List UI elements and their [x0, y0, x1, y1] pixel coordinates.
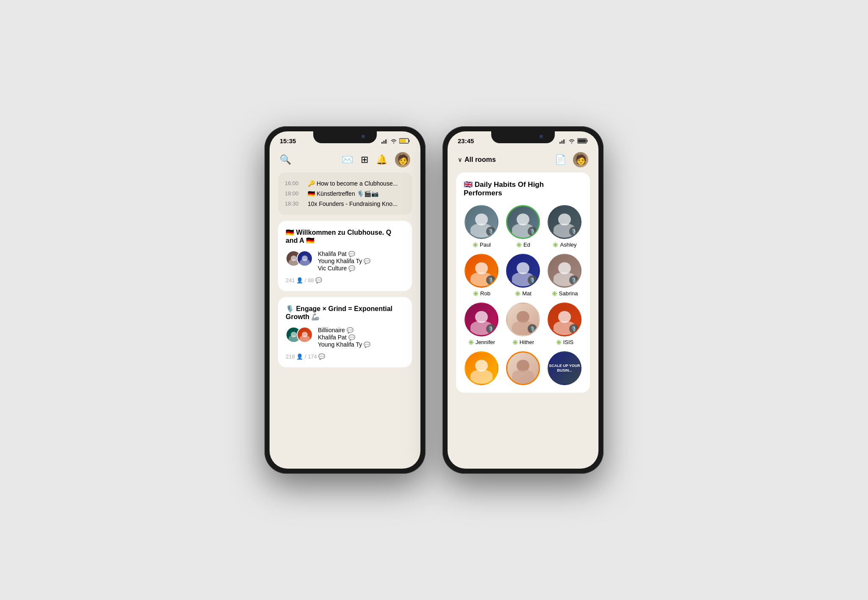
all-rooms-nav[interactable]: ∨ All rooms: [458, 156, 496, 164]
chat-bubble-1: 💬: [348, 251, 355, 257]
mic-off-rob: 🎙️: [486, 275, 495, 285]
battery-icon: [399, 138, 410, 144]
chevron-down-icon: ∨: [458, 156, 462, 163]
phone-left: 15:35: [264, 126, 426, 474]
star-icon-ashley: ✳️: [552, 242, 559, 248]
speaker-cell-ed: 🎙️ ✳️ Ed: [505, 205, 541, 248]
schedule-time-3: 18:30: [285, 200, 303, 207]
chat-bubble-5: 💬: [348, 334, 355, 341]
doc-icon[interactable]: 📄: [555, 154, 566, 165]
speaker-circle-mat: 🎙️: [506, 254, 540, 288]
notch-right: [491, 131, 555, 143]
mic-off-sabrina: 🎙️: [569, 275, 579, 285]
speaker-line-3: Vic Culture 💬: [318, 265, 370, 272]
speaker-name-rob: Rob: [480, 290, 490, 297]
schedule-title-3: 10x Founders - Fundraising Kno...: [308, 200, 405, 207]
screen-content-left: 🔍 ✉️ ⊞ 🔔 🧑 16:00 🔑 How to become a Clubh…: [270, 147, 420, 465]
speaker-cell-extra2: [505, 351, 541, 385]
screen-content-right: ∨ All rooms 📄 🧑 🇬🇧 Daily Habits Of High …: [448, 147, 598, 465]
speaker-label-paul: ✳️ Paul: [472, 242, 491, 248]
listener-count-1: 241 👤 / 88 💬: [286, 277, 322, 283]
room-detail-card[interactable]: 🇬🇧 Daily Habits Of High Performers 🎙️: [456, 172, 590, 393]
camera-dot-right: [540, 135, 543, 138]
speaker-line-6: Young Khalifa Ty 💬: [318, 341, 370, 348]
speaker-name-sabrina: Sabrina: [559, 290, 578, 297]
speaker-cell-jennifer: 🎙️ ✳️ Jennifer: [464, 303, 499, 345]
speaker-cell-extra3: SCALE UP YOUR BUSIN...: [547, 351, 582, 385]
speaker-name-2: Young Khalifa Ty: [318, 258, 362, 264]
room-stats-2: 218 👤 / 174 💬: [286, 353, 404, 360]
schedule-time-2: 18:00: [285, 190, 303, 197]
room-card-2[interactable]: 🎙️ Engage × Grind = Exponential Growth 🦾: [278, 297, 412, 367]
speaker-grid: 🎙️ ✳️ Paul: [464, 205, 582, 345]
star-icon-paul: ✳️: [472, 242, 479, 248]
user-avatar-left[interactable]: 🧑: [395, 152, 410, 167]
speaker-name-1: Khalifa Pat: [318, 250, 347, 257]
svg-rect-10: [563, 139, 565, 144]
speaker-name-mat: Mat: [522, 290, 531, 297]
speaker-cell-isis: 🎙️ ✳️ ISIS: [547, 303, 582, 345]
chat-bubble-4: 💬: [347, 327, 353, 333]
room-stats-1: 241 👤 / 88 💬: [286, 277, 404, 283]
left-nav-icons: 🔍: [280, 154, 291, 165]
star-icon-rob: ✳️: [473, 291, 479, 297]
schedule-item-2[interactable]: 18:00 🇩🇪 Künstlertreffen 🎙️🎬📷: [285, 189, 405, 199]
speaker-name-jennifer: Jennifer: [476, 339, 495, 345]
mic-off-ashley: 🎙️: [569, 227, 579, 236]
avatar-khalifa-pat-2: [297, 327, 313, 343]
mic-off-mat: 🎙️: [528, 275, 537, 285]
speaker-name-hither: Hither: [520, 339, 534, 345]
mail-icon[interactable]: ✉️: [342, 154, 353, 165]
speaker-name-4: Billiionaire: [318, 327, 345, 333]
chat-bubble-6: 💬: [364, 342, 370, 348]
speaker-name-ashley: Ashley: [560, 242, 576, 248]
speaker-circle-ashley: 🎙️: [548, 205, 581, 239]
speaker-name-6: Young Khalifa Ty: [318, 341, 362, 348]
speaker-circle-extra3: SCALE UP YOUR BUSIN...: [548, 351, 581, 385]
bell-icon[interactable]: 🔔: [376, 154, 387, 165]
speaker-circle-sabrina: 🎙️: [548, 254, 581, 288]
signal-icon: [381, 139, 388, 144]
room-title-1: 🇩🇪 Willkommen zu Clubhouse. Q and A 🇩🇪: [286, 228, 404, 244]
mic-off-isis: 🎙️: [569, 324, 579, 333]
speaker-name-isis: ISIS: [563, 339, 574, 345]
speaker-label-sabrina: ✳️ Sabrina: [551, 290, 578, 297]
speaker-name-5: Khalifa Pat: [318, 334, 347, 341]
speaker-cell-sabrina: 🎙️ ✳️ Sabrina: [547, 254, 582, 297]
schedule-item-1[interactable]: 16:00 🔑 How to become a Clubhouse...: [285, 178, 405, 189]
svg-rect-11: [565, 139, 567, 144]
user-avatar-right[interactable]: 🧑: [573, 152, 588, 167]
nav-bar-left: 🔍 ✉️ ⊞ 🔔 🧑: [278, 147, 412, 172]
speaker-cell-rob: 🎙️ ✳️ Rob: [464, 254, 499, 297]
all-rooms-label: All rooms: [465, 156, 496, 164]
speaker-label-jennifer: ✳️ Jennifer: [468, 339, 495, 345]
speaker-circle-jennifer: 🎙️: [465, 303, 498, 336]
mic-off-ed: 🎙️: [528, 227, 537, 236]
speaker-circle-hither: 🎙️: [506, 303, 540, 336]
speaker-line-4: Billiionaire 💬: [318, 327, 370, 333]
speaker-circle-ed: 🎙️: [506, 205, 540, 239]
notch-left: [313, 131, 377, 143]
speaker-cell-hither: 🎙️ ✳️ Hither: [505, 303, 541, 345]
speaker-circle-extra1: [465, 351, 498, 385]
search-icon[interactable]: 🔍: [280, 154, 291, 165]
wifi-icon: [390, 139, 397, 144]
speaker-grid-row4: SCALE UP YOUR BUSIN...: [464, 351, 582, 385]
svg-rect-1: [384, 141, 385, 144]
speaker-name-ed: Ed: [523, 242, 530, 248]
star-icon-isis: ✳️: [556, 339, 562, 345]
speaker-label-isis: ✳️ ISIS: [556, 339, 574, 345]
room-card-1[interactable]: 🇩🇪 Willkommen zu Clubhouse. Q and A 🇩🇪: [278, 221, 412, 291]
chat-bubble-2: 💬: [364, 258, 370, 264]
avatar-young-khalifa: [297, 250, 313, 267]
svg-point-4: [393, 142, 394, 143]
svg-rect-15: [578, 139, 586, 143]
calendar-icon[interactable]: ⊞: [361, 154, 368, 165]
listener-count-2: 218 👤 / 174 💬: [286, 353, 325, 360]
speaker-label-rob: ✳️ Rob: [473, 290, 490, 297]
speaker-circle-paul: 🎙️: [465, 205, 498, 239]
schedule-item-3[interactable]: 18:30 10x Founders - Fundraising Kno...: [285, 199, 405, 209]
signal-icon-right: [559, 139, 566, 144]
time-left: 15:35: [280, 137, 296, 144]
battery-icon-right: [577, 138, 588, 144]
